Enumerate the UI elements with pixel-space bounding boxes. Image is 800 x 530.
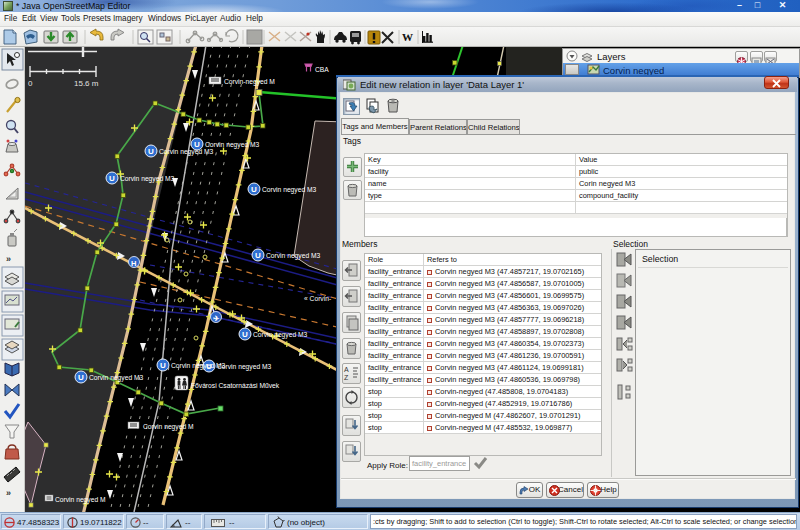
svg-text:Corvin negyed M3: Corvin negyed M3 (159, 148, 214, 156)
svg-text:U: U (148, 147, 154, 156)
svg-text:Corvin negyed M3: Corvin negyed M3 (266, 252, 321, 260)
svg-text:Corvin negyed M3: Corvin negyed M3 (89, 374, 144, 382)
svg-text:Corvin negyed M3: Corvin negyed M3 (262, 186, 317, 194)
svg-text:CBA: CBA (315, 66, 329, 73)
svg-text:»: » (6, 254, 11, 264)
svg-text:✈: ✈ (213, 314, 220, 323)
svg-text:Corvin negyed M3: Corvin negyed M3 (253, 331, 308, 339)
svg-text:Z: Z (344, 374, 349, 381)
svg-text:Corvin negyed M3: Corvin negyed M3 (120, 175, 175, 183)
svg-text:U: U (109, 174, 115, 183)
svg-text:Corvin negyed M: Corvin negyed M (143, 423, 194, 431)
svg-text:Corvin negyed M: Corvin negyed M (55, 496, 106, 504)
svg-text:»: » (6, 488, 11, 498)
svg-text:Corvin-negyed M: Corvin-negyed M (224, 78, 275, 86)
svg-text:W: W (402, 31, 413, 43)
svg-text:Corvin negyed M3: Corvin negyed M3 (217, 363, 272, 371)
svg-text:U: U (160, 361, 166, 370)
svg-text:Fővárosi Csatornázási Művek: Fővárosi Csatornázási Művek (191, 382, 280, 389)
svg-text:0: 0 (28, 79, 33, 88)
svg-text:U: U (242, 330, 248, 339)
svg-text:U: U (251, 185, 257, 194)
svg-text:A: A (344, 366, 349, 373)
svg-text:U: U (255, 251, 261, 260)
svg-text:U: U (78, 373, 84, 382)
svg-text:H: H (131, 259, 136, 268)
svg-text:« Corvin-: « Corvin- (304, 295, 331, 302)
svg-text:Corvin negyed M3: Corvin negyed M3 (205, 141, 260, 149)
svg-text:15.6 m: 15.6 m (74, 79, 99, 88)
